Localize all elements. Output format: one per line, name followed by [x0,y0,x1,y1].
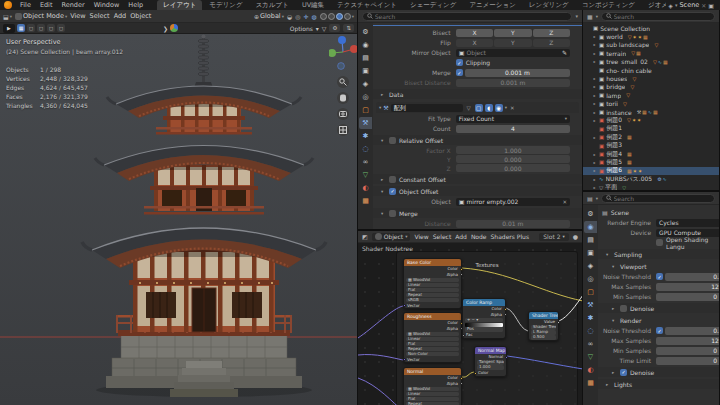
factor-x-field[interactable]: 1.000 [456,146,570,154]
constant-offset-header[interactable]: ▸ Constant Offset [373,174,582,184]
render-max-samples-field[interactable]: 12 [656,337,719,345]
blender-logo-icon[interactable] [4,1,12,9]
node-field[interactable]: + − ▾ [465,318,503,323]
workspace-tab[interactable]: スカルプト [250,0,295,10]
expand-arrow-icon[interactable]: ▸ [592,59,597,64]
merge-distance-field[interactable]: 0.001 m [465,69,570,77]
outliner-item[interactable]: ▸▣world▽✶✶▦ [583,32,719,40]
mirror-object-field[interactable]: ▣ Object ✎ [456,49,570,57]
tab-texture[interactable]: ▦ [359,195,372,207]
tab-scene[interactable]: ◈ [584,260,597,272]
render-engine-dropdown[interactable]: Cycles▾ [656,219,719,227]
node-header[interactable]: Normal Map [475,347,506,354]
node-header[interactable]: Normal [404,368,461,375]
active-tool-icon[interactable]: ▶ [3,24,15,33]
outliner-search[interactable] [601,12,715,21]
bisect-distance-field[interactable]: 0.001 m [456,79,570,87]
node-field[interactable]: Flat [406,342,459,347]
outliner-search-input[interactable] [614,13,711,20]
socket-dot[interactable] [460,268,463,271]
outliner-item[interactable]: ▸▣terrain▽▦ [583,49,719,57]
expand-arrow-icon[interactable]: ▸ [592,152,597,157]
distance-field[interactable]: 0.01 m [456,220,570,228]
slot-dropdown[interactable]: Slot 2▾ [539,233,569,241]
tab-physics[interactable]: ◌ [584,325,597,337]
viewport-denoise-checkbox[interactable] [620,305,627,312]
filter-icon[interactable]: ▽ [322,25,327,32]
mode-selector[interactable]: Object Mode▾ [15,12,67,20]
render-props-search[interactable] [601,194,715,203]
tab-modifiers[interactable]: ⚒ [359,117,372,129]
expand-arrow-icon[interactable]: ▸ [592,93,597,98]
search-input[interactable] [375,13,568,20]
options-dropdown[interactable]: Options [290,25,313,32]
node-base-color[interactable]: Base ColorColorAlpha▦ WoodVolLinearFlatR… [403,258,462,309]
expand-arrow-icon[interactable]: ▸ [592,42,597,47]
shader-menu-shaders-plus[interactable]: Shaders Plus [491,233,530,240]
shader-menu-node[interactable]: Node [471,233,487,240]
tab-material[interactable]: ◐ [584,364,597,376]
tab-modifiers[interactable]: ⚒ [584,299,597,311]
expand-arrow-icon[interactable]: ▸ [592,185,597,190]
select-box-icon[interactable]: ▦ [17,24,25,32]
display-realtime-icon[interactable]: ◖ [485,104,493,112]
socket-dot[interactable] [460,377,463,380]
workspace-tab[interactable]: モデリング [203,0,248,10]
camera-view-icon[interactable] [337,108,349,120]
tab-texture[interactable]: ▦ [584,377,597,389]
node-image-field[interactable]: ▦ WoodVol [406,278,459,283]
node-header[interactable]: Roughness [404,313,461,320]
workspace-tab[interactable]: レンダリング [523,0,575,10]
tab-object-data[interactable]: ▽ [584,351,597,363]
transform-orientation-selector[interactable]: ⊕Global▾ [254,12,284,20]
node-field[interactable]: Repeat [406,347,459,352]
menu-window[interactable]: Window [90,0,124,10]
select-lasso-icon[interactable]: ◻ [37,24,45,32]
tab-constraints[interactable]: ∞ [359,156,372,168]
viewport-denoise-header[interactable]: ▸Denoise [598,303,719,313]
outliner-item[interactable]: ▸▣houses▽ [583,74,719,82]
menu-help[interactable]: Help [124,0,147,10]
menu-render[interactable]: Render [57,0,88,10]
outliner-item[interactable]: ▸▽平面▽ [583,183,719,190]
properties-search[interactable] [362,12,572,21]
tab-output[interactable]: ▤ [584,234,597,246]
socket-dot[interactable] [505,356,508,359]
shading-rendered-icon[interactable] [344,13,351,20]
expand-arrow-icon[interactable]: ▸ [592,34,597,39]
tab-output[interactable]: ▤ [359,52,372,64]
clear-icon[interactable]: ✕ [562,199,567,205]
socket-dot[interactable] [460,382,463,385]
relative-offset-checkbox[interactable] [389,137,396,144]
display-editmode-icon[interactable]: ▢ [475,104,483,112]
node-field[interactable]: 0.500 [531,335,556,340]
node-field[interactable]: sRGB [406,298,459,303]
outliner-item[interactable]: ▸▣例題5▦ [583,158,719,166]
relative-offset-header[interactable]: ▾ Relative Offset [373,135,582,145]
tab-render[interactable]: ◉ [359,39,372,51]
tab-tool[interactable]: ⚙ [359,26,372,38]
tab-view-layer[interactable]: ▣ [359,65,372,77]
noise-threshold-checkbox[interactable]: ✓ [656,273,663,280]
expand-arrow-icon[interactable]: ▸ [592,76,597,81]
snap-magnet-icon[interactable]: ◒ [287,13,292,20]
node-field[interactable]: Flat [406,288,459,293]
viewport-canvas[interactable]: User Perspective (24) Scene Collection |… [0,34,357,405]
scene-breadcrumb[interactable]: Scene [611,209,629,216]
display-mode-icon[interactable]: ▦ [587,13,593,20]
shader-menu-select[interactable]: Select [433,233,452,240]
outliner-item[interactable]: ▸▣instance⚒▦∿▦ [583,108,719,116]
fit-type-dropdown[interactable]: Fixed Count ▾ [456,115,570,123]
tab-constraints[interactable]: ∞ [584,338,597,350]
outliner-item[interactable]: ▣cho- chin cable [583,66,719,74]
outliner-item[interactable]: ▸▣bridge▽ [583,83,719,91]
edit-mode-toggle-icon[interactable]: ▽ [465,104,473,112]
osl-checkbox[interactable] [656,239,663,246]
outliner-item[interactable]: ▸∿NURBSパス.005⚙∿ [583,175,719,183]
expand-arrow-icon[interactable]: ▸ [592,135,597,140]
proportional-edit-icon[interactable]: ◎ [295,13,300,20]
socket-dot[interactable] [504,308,507,311]
tab-particles[interactable]: ✱ [359,130,372,142]
viewport-menu-view[interactable]: View [70,12,85,20]
expand-arrow-icon[interactable]: ▸ [592,84,597,89]
